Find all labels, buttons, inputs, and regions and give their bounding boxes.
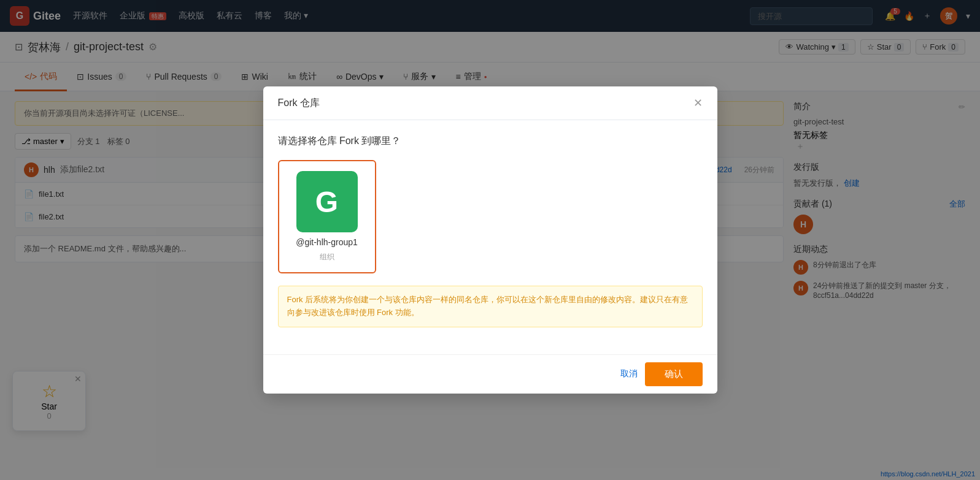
modal-prompt: 请选择将仓库 Fork 到哪里？ bbox=[278, 135, 703, 148]
fork-notice: Fork 后系统将为你创建一个与该仓库内容一样的同名仓库，你可以在这个新仓库里自… bbox=[278, 286, 703, 319]
fork-modal: Fork 仓库 ✕ 请选择将仓库 Fork 到哪里？ G @git-hlh-gr… bbox=[263, 86, 717, 319]
modal-header: Fork 仓库 ✕ bbox=[263, 86, 717, 120]
modal-close-button[interactable]: ✕ bbox=[693, 96, 703, 110]
modal-title: Fork 仓库 bbox=[278, 97, 320, 110]
modal-body: 请选择将仓库 Fork 到哪里？ G @git-hlh-group1 组织 Fo… bbox=[263, 120, 717, 319]
fork-option-org[interactable]: G @git-hlh-group1 组织 bbox=[278, 160, 376, 273]
fork-option-name: @git-hlh-group1 bbox=[296, 237, 358, 247]
fork-option-avatar: G bbox=[296, 171, 358, 232]
fork-option-type: 组织 bbox=[320, 252, 334, 262]
fork-options: G @git-hlh-group1 组织 bbox=[278, 160, 703, 273]
modal-overlay: Fork 仓库 ✕ 请选择将仓库 Fork 到哪里？ G @git-hlh-gr… bbox=[0, 0, 980, 319]
